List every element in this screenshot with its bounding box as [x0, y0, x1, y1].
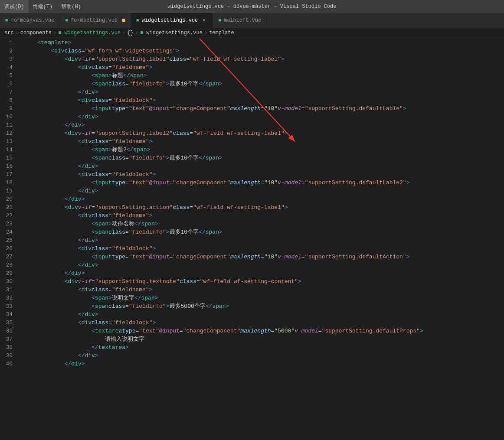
menu-help[interactable]: 帮助(H) — [57, 0, 85, 13]
line-number: 29 — [0, 269, 16, 277]
code-line: </div> — [24, 187, 504, 195]
line-number: 21 — [0, 203, 16, 212]
vue-icon: ■ — [218, 18, 221, 23]
code-line: <span>动作名称</span> — [24, 220, 504, 228]
line-number: 3 — [0, 55, 16, 63]
code-line: <span class="fieldinfo">最多5000个字</span> — [24, 302, 504, 310]
code-line: <span class="fieldinfo">最多10个字</span> — [24, 80, 504, 88]
code-line: </div> — [24, 195, 504, 203]
tab-label: widgetsettings.vue — [142, 17, 198, 23]
tab-label: formsetting.vue — [71, 17, 118, 23]
code-line: <span class="fieldinfo">最多10个字</span> — [24, 228, 504, 236]
code-line: </div> — [24, 121, 504, 129]
code-line: </textarea> — [24, 343, 504, 352]
code-line: <div class="fieldblock"> — [24, 96, 504, 104]
line-number: 37 — [0, 335, 16, 343]
breadcrumb-file2[interactable]: ■ widgetsettings.vue — [140, 30, 203, 36]
line-number: 6 — [0, 80, 16, 88]
line-number: 39 — [0, 352, 16, 360]
code-line: <span class="fieldinfo">最多10个字</span> — [24, 154, 504, 162]
line-number: 25 — [0, 236, 16, 244]
breadcrumb-sep-1: › — [16, 30, 19, 36]
line-number: 17 — [0, 170, 16, 179]
breadcrumb-components[interactable]: components — [20, 30, 52, 36]
menu-terminal[interactable]: 终端(T) — [29, 0, 57, 13]
vue-icon: ■ — [65, 18, 68, 23]
code-line: <template> — [24, 39, 504, 47]
code-line: <div class="wf-form wf-widgetsettings"> — [24, 47, 504, 55]
code-line: 请输入说明文字 — [24, 335, 504, 343]
breadcrumb-template[interactable]: template — [209, 30, 234, 36]
modified-dot — [122, 19, 125, 22]
breadcrumb-src[interactable]: src — [4, 30, 14, 36]
line-number: 36 — [0, 327, 16, 335]
breadcrumb-file[interactable]: ■ widgetsettings.vue — [58, 30, 121, 36]
line-number: 11 — [0, 121, 16, 129]
line-number: 35 — [0, 319, 16, 327]
menu-bar: 调试(D) 终端(T) 帮助(H) — [0, 0, 85, 13]
line-number: 1 — [0, 39, 16, 47]
line-number: 27 — [0, 253, 16, 261]
code-line: <div v-if="supportSetting.label" class="… — [24, 55, 504, 63]
line-number: 4 — [0, 63, 16, 72]
tab-close-button[interactable]: × — [200, 17, 207, 24]
code-line: </div> — [24, 352, 504, 360]
tab-mainleft[interactable]: ■ mainLeft.vue — [213, 13, 267, 28]
line-number: 15 — [0, 154, 16, 162]
line-number: 28 — [0, 261, 16, 269]
code-line: <span>标题</span> — [24, 72, 504, 80]
line-number: 13 — [0, 137, 16, 146]
line-number: 24 — [0, 228, 16, 236]
line-numbers: 1234567891011121314151617181920212223242… — [0, 38, 20, 440]
tab-formsetting[interactable]: ■ formsetting.vue — [60, 13, 131, 28]
breadcrumb-sep-5: › — [204, 30, 207, 36]
code-line: <div class="fieldname"> — [24, 212, 504, 220]
line-number: 26 — [0, 244, 16, 253]
breadcrumb-braces[interactable]: {} — [127, 30, 133, 36]
line-number: 34 — [0, 310, 16, 319]
code-line: </div> — [24, 88, 504, 96]
line-number: 12 — [0, 129, 16, 137]
menu-debug[interactable]: 调试(D) — [0, 0, 29, 13]
line-number: 19 — [0, 187, 16, 195]
code-line: <div v-if="supportSetting.textnote" clas… — [24, 277, 504, 286]
line-number: 31 — [0, 286, 16, 294]
breadcrumb-sep-4: › — [135, 30, 138, 36]
title-bar: 调试(D) 终端(T) 帮助(H) widgetsettings.vue - d… — [0, 0, 504, 13]
code-line: </div> — [24, 162, 504, 170]
line-number: 14 — [0, 146, 16, 154]
code-line: </div> — [24, 269, 504, 277]
line-number: 10 — [0, 113, 16, 121]
tab-label: formcanvas.vue — [11, 17, 55, 23]
breadcrumb-sep-2: › — [53, 30, 56, 36]
line-number: 8 — [0, 96, 16, 104]
code-line: </div> — [24, 113, 504, 121]
editor: 1234567891011121314151617181920212223242… — [0, 38, 504, 440]
line-number: 7 — [0, 88, 16, 96]
vue-icon: ■ — [5, 18, 8, 23]
line-number: 5 — [0, 72, 16, 80]
window-title: widgetsettings.vue - ddvue-master - Visu… — [168, 3, 337, 10]
code-line: <div class="fieldname"> — [24, 63, 504, 72]
line-number: 18 — [0, 179, 16, 187]
line-number: 30 — [0, 277, 16, 286]
tab-widgetsettings[interactable]: ■ widgetsettings.vue × — [131, 13, 213, 28]
line-number: 40 — [0, 360, 16, 368]
code-line: <span>标题2</span> — [24, 146, 504, 154]
code-content[interactable]: <template> <div class="wf-form wf-widget… — [20, 38, 504, 440]
line-number: 20 — [0, 195, 16, 203]
breadcrumb-sep-3: › — [122, 30, 125, 36]
code-line: <div class="fieldname"> — [24, 137, 504, 146]
line-number: 23 — [0, 220, 16, 228]
code-line: </div> — [24, 261, 504, 269]
line-number: 16 — [0, 162, 16, 170]
code-line: <div class="fieldblock"> — [24, 170, 504, 179]
line-number: 2 — [0, 47, 16, 55]
code-line: </div> — [24, 236, 504, 244]
line-number: 33 — [0, 302, 16, 310]
code-line: <textarea type="text" @input="changeComp… — [24, 327, 504, 335]
code-line: <input type="text" @input="changeCompone… — [24, 104, 504, 113]
breadcrumb: src › components › ■ widgetsettings.vue … — [0, 28, 504, 38]
tab-formcanvas[interactable]: ■ formcanvas.vue — [0, 13, 60, 28]
tabs-bar: ■ formcanvas.vue ■ formsetting.vue ■ wid… — [0, 13, 504, 28]
